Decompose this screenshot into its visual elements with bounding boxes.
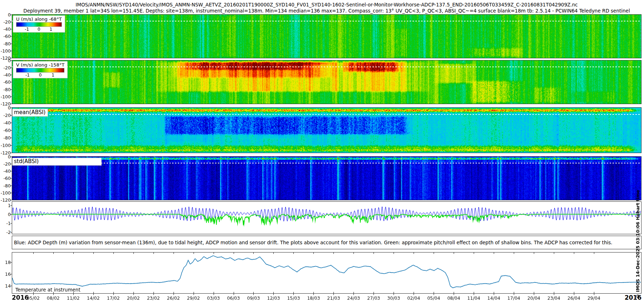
y-tick-label: -1	[0, 221, 11, 226]
depth-annotation-box: Blue: ADCP Depth (m) variation from sens…	[12, 236, 641, 249]
y-tick-label: -80	[0, 41, 11, 46]
v-velocity-canvas	[12, 60, 641, 104]
std-absi-label: std(ABSI)	[14, 158, 39, 165]
std-absi-canvas	[12, 157, 641, 200]
y-tick-mark	[10, 232, 12, 232]
x-tick-label: 30/03	[387, 295, 400, 301]
x-tick-mark	[73, 252, 74, 254]
y-tick-mark	[10, 214, 12, 215]
x-tick-label: 27/03	[367, 295, 380, 301]
y-tick-mark	[10, 60, 12, 61]
y-tick-label: -80	[0, 135, 11, 141]
x-tick-mark	[293, 294, 294, 295]
y-tick-label: -80	[0, 183, 11, 188]
v-velocity-colorbar-ticks: -101	[16, 73, 64, 78]
y-tick-mark	[10, 205, 12, 206]
y-tick-label: -60	[0, 34, 11, 39]
y-tick-label: 0	[0, 212, 11, 217]
x-tick-mark	[594, 294, 594, 295]
x-tick-label: 23/04	[547, 295, 560, 301]
y-tick-label: -60	[0, 79, 11, 85]
y-tick-mark	[10, 22, 12, 22]
x-tick-mark	[534, 252, 534, 254]
mean-absi-label: mean(ABSI)	[14, 109, 45, 116]
x-tick-mark	[174, 252, 174, 254]
y-tick-label: -100	[0, 48, 11, 54]
y-tick-label: -120	[0, 197, 11, 203]
x-tick-label: 29/02	[187, 295, 200, 301]
x-tick-mark	[33, 252, 34, 254]
temperature-label: Temperature at instrument	[15, 287, 80, 293]
x-tick-label: 26/02	[167, 295, 180, 301]
x-tick-mark	[554, 294, 554, 295]
y-tick-mark	[10, 44, 12, 44]
x-tick-mark	[514, 252, 514, 254]
x-axis-year-left: 2016	[12, 294, 29, 301]
x-tick-label: 14/02	[87, 295, 100, 301]
x-tick-mark	[194, 294, 194, 295]
x-tick-label: 15/03	[287, 295, 300, 301]
x-tick-mark	[454, 294, 454, 295]
x-tick-mark	[434, 252, 434, 254]
y-tick-mark	[10, 223, 12, 224]
y-tick-mark	[10, 200, 12, 200]
u-velocity-colorbar	[16, 22, 62, 27]
y-tick-mark	[10, 262, 12, 263]
x-tick-label: 06/03	[227, 295, 240, 301]
x-tick-mark	[554, 252, 554, 254]
x-tick-label: 17/02	[107, 295, 120, 301]
x-tick-mark	[273, 294, 274, 295]
figure-subtitle-deployment: Deployment 39, member 1 lat=34S lon=151.…	[23, 8, 630, 14]
y-tick-label: -20	[0, 65, 11, 70]
y-tick-mark	[10, 286, 12, 286]
x-tick-mark	[273, 252, 274, 254]
x-tick-mark	[293, 252, 294, 254]
x-tick-mark	[153, 252, 154, 254]
y-tick-label: -2	[0, 230, 11, 235]
x-tick-mark	[353, 252, 354, 254]
colorbar-tick-label: -1	[25, 73, 30, 78]
y-tick-label: -20	[0, 161, 11, 167]
y-tick-mark	[10, 130, 12, 131]
x-tick-mark	[394, 252, 394, 254]
y-tick-label: -60	[0, 128, 11, 133]
x-tick-mark	[33, 294, 34, 295]
x-tick-label: 17/04	[507, 295, 520, 301]
y-tick-label: 16	[0, 271, 11, 277]
y-tick-mark	[10, 68, 12, 68]
x-tick-label: 14/04	[487, 295, 500, 301]
x-tick-mark	[53, 294, 54, 295]
panel-u-velocity-heatmap: U (m/s) along -68°T -101 0-20-40-60-80-1…	[12, 14, 641, 58]
y-tick-label: -100	[0, 190, 11, 196]
x-tick-mark	[133, 294, 134, 295]
y-tick-mark	[10, 104, 12, 104]
y-tick-mark	[10, 108, 12, 108]
x-tick-mark	[253, 294, 254, 295]
x-tick-mark	[234, 294, 234, 295]
y-tick-label: 14	[0, 283, 11, 289]
colorbar-tick-label: 0	[39, 73, 42, 78]
x-tick-label: 29/04	[587, 295, 600, 301]
y-tick-label: -100	[0, 143, 11, 148]
panel-mean-absi-heatmap: mean(ABSI) 0-20-40-60-80-100-120	[12, 107, 641, 153]
x-tick-mark	[574, 252, 574, 254]
x-tick-label: 11/02	[67, 295, 80, 301]
colorbar-tick-label: -1	[25, 27, 29, 32]
y-tick-mark	[10, 274, 12, 274]
depth-variation-canvas	[12, 202, 641, 234]
x-tick-mark	[574, 294, 574, 295]
figure: IMOS/ANMN/NSW/SYD140/Velocity/IMOS_ANMN-…	[0, 0, 644, 304]
y-tick-label: -60	[0, 176, 11, 181]
depth-annotation-text: Blue: ADCP Depth (m) variation from sens…	[12, 240, 613, 245]
y-tick-mark	[10, 171, 12, 171]
x-tick-mark	[153, 294, 154, 295]
y-tick-label: 0	[0, 58, 11, 63]
x-tick-mark	[454, 252, 454, 254]
x-tick-label: 20/04	[527, 295, 540, 301]
x-tick-label: 18/03	[307, 295, 320, 301]
y-tick-mark	[10, 157, 12, 157]
y-tick-mark	[10, 97, 12, 97]
colorbar-tick-label: 1	[52, 73, 54, 78]
x-tick-mark	[494, 294, 494, 295]
x-tick-mark	[73, 294, 74, 295]
